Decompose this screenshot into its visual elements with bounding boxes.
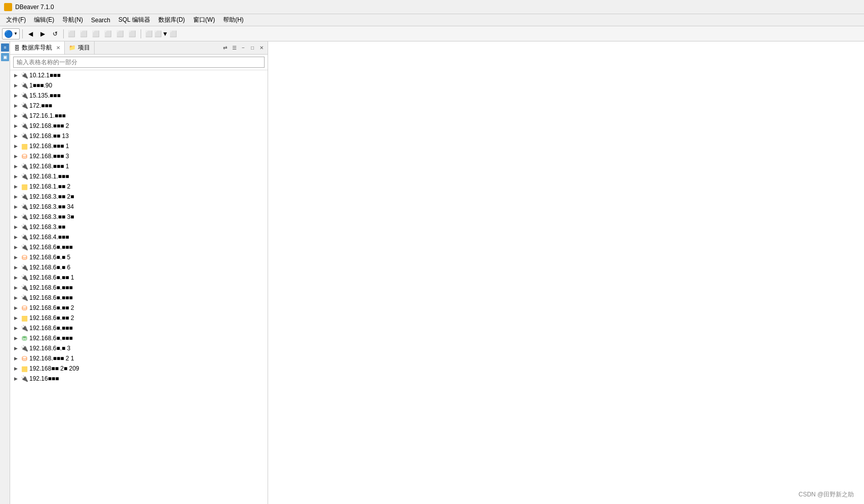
tree-item[interactable]: ▶▦192.168.6■.■■ 2 (10, 313, 268, 323)
tree-expand-arrow[interactable]: ▶ (14, 184, 19, 189)
tree-item[interactable]: ▶🔌192.168.6■.■■■ (10, 323, 268, 333)
tree-item[interactable]: ▶▦192.168■■ 2■ 209 (10, 363, 268, 374)
tree-expand-arrow[interactable]: ▶ (14, 133, 19, 139)
db-navigator-close[interactable]: ✕ (56, 45, 60, 51)
tree-item[interactable]: ▶🔌172.16.1.■■■ (10, 111, 268, 121)
tree-expand-arrow[interactable]: ▶ (14, 194, 19, 199)
tree-expand-arrow[interactable]: ▶ (14, 366, 19, 371)
menu-help[interactable]: 帮助(H) (219, 15, 248, 25)
tab-project[interactable]: 📁 项目 (65, 41, 95, 54)
tree-expand-arrow[interactable]: ▶ (14, 154, 19, 159)
tree-expand-arrow[interactable]: ▶ (14, 285, 19, 290)
tree-item[interactable]: ▶🔌192.168.■■ 13 (10, 131, 268, 141)
menu-edit[interactable]: 编辑(E) (30, 15, 58, 25)
tree-item[interactable]: ▶🔌192.168.■■■ 2 (10, 121, 268, 131)
tree-expand-arrow[interactable]: ▶ (14, 214, 19, 219)
strip-icon-2[interactable]: ▣ (1, 53, 9, 61)
toolbar-back-btn[interactable]: ◀ (25, 28, 36, 39)
tab-db-navigator[interactable]: 🗄 数据库导航 ✕ (10, 41, 65, 54)
tree-expand-arrow[interactable]: ▶ (14, 174, 19, 179)
tree-item[interactable]: ▶🔌15.135.■■■ (10, 90, 268, 101)
tree-item[interactable]: ▶🔌10.12.1■■■ (10, 70, 268, 80)
panel-maximize-btn[interactable]: □ (248, 44, 256, 52)
tree-item[interactable]: ▶⛁192.168.■■■ 2 1 (10, 353, 268, 363)
tree-expand-arrow[interactable]: ▶ (14, 83, 19, 88)
panel-sync-btn[interactable]: ⇄ (221, 44, 229, 52)
tree-item[interactable]: ▶🔌192.168.6■.■■ 1 (10, 272, 268, 283)
tree-expand-arrow[interactable]: ▶ (14, 305, 19, 310)
panel-close-btn[interactable]: ✕ (257, 44, 266, 52)
toolbar-btn1[interactable]: ⬜ (66, 28, 77, 39)
tree-item[interactable]: ▶⛁192.168.■■■ 3 (10, 151, 268, 161)
menu-sql[interactable]: SQL 编辑器 (114, 15, 154, 25)
tree-item[interactable]: ▶🔌192.168.■■■ 1 (10, 161, 268, 171)
tree-expand-arrow[interactable]: ▶ (14, 224, 19, 230)
tree-list[interactable]: ▶🔌10.12.1■■■▶🔌1■■■.90▶🔌15.135.■■■▶🔌172.■… (10, 70, 268, 504)
tree-expand-arrow[interactable]: ▶ (14, 113, 19, 118)
tree-item[interactable]: ▶🔌172.■■■ (10, 101, 268, 111)
tree-item[interactable]: ▶🔌192.16■■■ (10, 374, 268, 384)
tree-item[interactable]: ▶▦192.168.1.■■ 2 (10, 181, 268, 192)
tree-item[interactable]: ▶🔌192.168.1.■■■ (10, 171, 268, 181)
tree-expand-arrow[interactable]: ▶ (14, 376, 19, 381)
tree-item-label: 192.168.6■.■■■ (29, 294, 73, 301)
panel-minus-btn[interactable]: − (239, 44, 247, 52)
toolbar-dropdown2[interactable]: ⬜▼ (156, 28, 167, 39)
tree-expand-arrow[interactable]: ▶ (14, 356, 19, 361)
panel-list-btn[interactable]: ☰ (230, 44, 238, 52)
toolbar-btn2[interactable]: ⬜ (78, 28, 90, 39)
toolbar-btn7[interactable]: ⬜ (144, 28, 155, 39)
toolbar-btn3[interactable]: ⬜ (91, 28, 102, 39)
toolbar-btn5[interactable]: ⬜ (115, 28, 126, 39)
toolbar-btn4[interactable]: ⬜ (103, 28, 114, 39)
tree-db-icon: 🔌 (21, 325, 28, 332)
tree-expand-arrow[interactable]: ▶ (14, 315, 19, 320)
strip-icon-1[interactable]: ≡ (1, 43, 9, 52)
tree-db-icon: 🔌 (21, 345, 28, 352)
menu-window[interactable]: 窗口(W) (189, 15, 219, 25)
tree-item[interactable]: ▶⛁192.168.6■.■ 5 (10, 252, 268, 262)
menu-nav[interactable]: 导航(N) (58, 15, 87, 25)
toolbar-separator-3 (141, 29, 141, 38)
tree-expand-arrow[interactable]: ▶ (14, 336, 19, 341)
tree-item[interactable]: ▶🔌192.168.3.■■ (10, 222, 268, 232)
tree-item[interactable]: ▶🔌192.168.6■.■■■ (10, 293, 268, 303)
tree-expand-arrow[interactable]: ▶ (14, 93, 19, 98)
tree-item[interactable]: ▶🔌192.168.6■.■ 6 (10, 262, 268, 272)
tree-expand-arrow[interactable]: ▶ (14, 245, 19, 250)
tree-item[interactable]: ▶🔌1■■■.90 (10, 80, 268, 90)
toolbar-btn8[interactable]: ⬜ (168, 28, 179, 39)
panel-area: 🗄 数据库导航 ✕ 📁 项目 ⇄ ☰ − □ ✕ ▶🔌10.12.1■■■▶🔌1… (10, 41, 268, 504)
menu-file[interactable]: 文件(F) (2, 15, 30, 25)
tree-item[interactable]: ▶🔌192.168.4.■■■ (10, 232, 268, 242)
tree-expand-arrow[interactable]: ▶ (14, 164, 19, 169)
toolbar-forward-btn[interactable]: ▶ (37, 28, 49, 39)
tree-expand-arrow[interactable]: ▶ (14, 265, 19, 270)
tree-expand-arrow[interactable]: ▶ (14, 103, 19, 108)
tree-item[interactable]: ▶🔌192.168.3.■■ 34 (10, 202, 268, 212)
tree-item[interactable]: ▶🔌192.168.6■.■■■ (10, 283, 268, 293)
tree-expand-arrow[interactable]: ▶ (14, 204, 19, 209)
tree-item[interactable]: ▶🔌192.168.6■.■■■ (10, 242, 268, 252)
toolbar-dropdown[interactable]: 🔵 ▼ (2, 28, 20, 39)
toolbar-btn6[interactable]: ⬜ (127, 28, 138, 39)
tree-item[interactable]: ▶🔌192.168.3.■■ 3■ (10, 212, 268, 222)
tree-item[interactable]: ▶⛃192.168.6■.■■■ (10, 333, 268, 343)
menu-search[interactable]: Search (87, 16, 114, 25)
menu-database[interactable]: 数据库(D) (154, 15, 189, 25)
tree-item[interactable]: ▶🔌192.168.3.■■ 2■ (10, 192, 268, 202)
toolbar-refresh-btn[interactable]: ↺ (50, 28, 61, 39)
tree-expand-arrow[interactable]: ▶ (14, 123, 19, 128)
tree-expand-arrow[interactable]: ▶ (14, 326, 19, 331)
tree-expand-arrow[interactable]: ▶ (14, 275, 19, 280)
table-name-search-input[interactable] (13, 57, 265, 68)
tree-item[interactable]: ▶⛁192.168.6■.■■ 2 (10, 303, 268, 313)
tree-item[interactable]: ▶▦192.168.■■■ 1 (10, 141, 268, 151)
tree-expand-arrow[interactable]: ▶ (14, 346, 19, 351)
tree-item[interactable]: ▶🔌192.168.6■.■ 3 (10, 343, 268, 353)
tree-expand-arrow[interactable]: ▶ (14, 295, 19, 300)
tree-expand-arrow[interactable]: ▶ (14, 255, 19, 260)
tree-expand-arrow[interactable]: ▶ (14, 235, 19, 240)
tree-expand-arrow[interactable]: ▶ (14, 73, 19, 78)
tree-expand-arrow[interactable]: ▶ (14, 144, 19, 149)
